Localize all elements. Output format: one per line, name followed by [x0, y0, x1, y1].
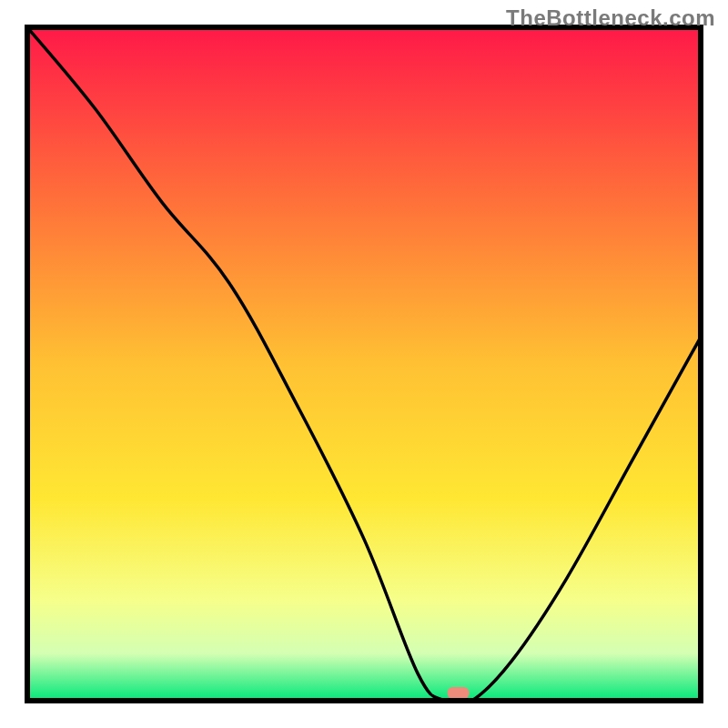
bottleneck-chart [0, 0, 728, 728]
watermark-text: TheBottleneck.com [506, 5, 715, 31]
plot-background [27, 27, 701, 701]
optimal-marker [448, 687, 470, 699]
